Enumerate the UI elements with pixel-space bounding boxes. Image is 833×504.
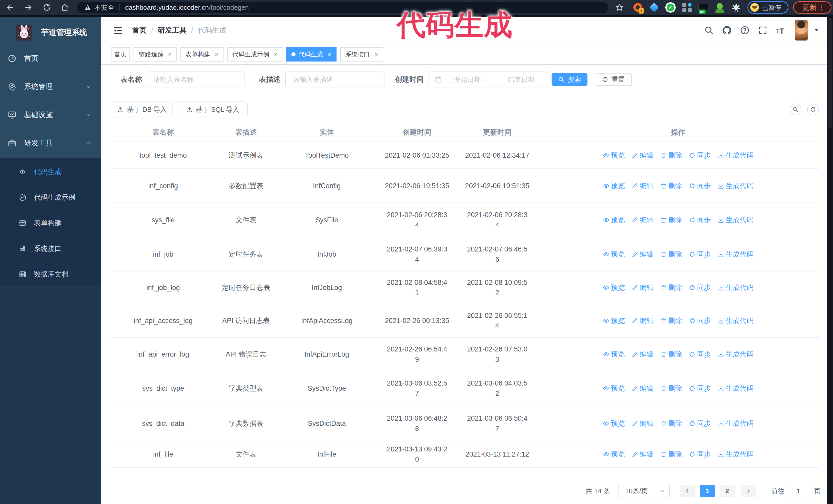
sidebar-menu-item[interactable]: 首页 (0, 44, 101, 73)
circle-check-extension-icon[interactable]: ✓ (665, 2, 675, 13)
table-desc-input[interactable]: 请输入表描述 (285, 72, 384, 88)
sidebar-collapse-icon[interactable] (112, 25, 124, 35)
row-action-link[interactable]: 预览 (603, 418, 625, 429)
browser-back-icon[interactable] (6, 3, 14, 12)
row-action-link[interactable]: 同步 (689, 349, 711, 359)
row-action-link[interactable]: 同步 (689, 150, 711, 161)
row-action-link[interactable]: 生成代码 (718, 249, 754, 259)
row-action-link[interactable]: 删除 (660, 449, 682, 459)
row-action-link[interactable]: 编辑 (632, 283, 653, 293)
header-search-icon[interactable] (704, 25, 714, 35)
row-action-link[interactable]: 预览 (603, 249, 625, 259)
browser-home-icon[interactable] (61, 3, 69, 12)
app-logo[interactable]: 芋道管理系统 (0, 17, 101, 48)
breadcrumb-section[interactable]: 研发工具 (158, 25, 187, 35)
bookmark-star-icon[interactable] (615, 3, 624, 12)
search-button[interactable]: 搜索 (552, 73, 588, 86)
row-action-link[interactable]: 生成代码 (718, 283, 754, 293)
import-db-button[interactable]: 基于 DB 导入 (112, 101, 172, 117)
row-action-link[interactable]: 同步 (689, 383, 711, 393)
font-size-icon[interactable]: TT (776, 25, 786, 35)
table-column-header[interactable]: 操作 (537, 123, 819, 142)
help-icon[interactable] (740, 25, 750, 35)
row-action-link[interactable]: 同步 (689, 418, 711, 429)
row-action-link[interactable]: 删除 (660, 181, 682, 191)
page-number-button[interactable]: 1 (700, 485, 715, 497)
table-column-header[interactable]: 表名称 (111, 123, 215, 142)
address-bar[interactable]: 不安全 dashboard.yudao.iocoder.cn/tool/code… (77, 2, 609, 13)
table-name-input[interactable]: 请输入表名称 (146, 72, 245, 88)
sidebar-menu-item[interactable]: 基础设施 (0, 101, 101, 129)
user-avatar[interactable] (795, 20, 808, 41)
grid-extension-icon[interactable] (682, 2, 692, 13)
table-column-header[interactable]: 创建时间 (377, 123, 457, 142)
row-action-link[interactable]: 同步 (689, 215, 711, 225)
onbox-extension-icon[interactable]: on (698, 2, 709, 13)
github-icon[interactable] (722, 25, 732, 35)
tab-close-icon[interactable]: × (375, 51, 378, 57)
browser-menu-icon[interactable] (821, 5, 822, 10)
browser-forward-icon[interactable] (24, 3, 33, 12)
prev-page-button[interactable] (680, 485, 695, 497)
refresh-table-button[interactable] (807, 103, 819, 115)
table-column-header[interactable]: 更新时间 (457, 123, 537, 142)
sidebar-submenu-item[interactable]: 数据库文档 (0, 262, 101, 287)
tab-close-icon[interactable]: × (168, 51, 171, 57)
reset-button[interactable]: 重置 (595, 73, 632, 86)
row-action-link[interactable]: 编辑 (632, 383, 653, 393)
scrollbar-thumb[interactable] (828, 18, 832, 128)
page-scrollbar[interactable] (827, 17, 833, 504)
avatar-caret-down-icon[interactable] (813, 27, 820, 33)
row-action-link[interactable]: 预览 (603, 316, 625, 326)
row-action-link[interactable]: 同步 (689, 283, 711, 293)
create-time-range-picker[interactable]: 开始日期 - 结束日期 (429, 72, 547, 88)
browser-update-button[interactable]: 更新 (793, 1, 831, 14)
row-action-link[interactable]: 编辑 (632, 215, 653, 225)
sidebar-submenu-item[interactable]: 系统接口 (0, 236, 101, 262)
sidebar-submenu-item[interactable]: 代码生成 (0, 159, 101, 185)
donut-extension-icon[interactable]: 1 (633, 2, 643, 13)
row-action-link[interactable]: 生成代码 (718, 181, 754, 191)
row-action-link[interactable]: 预览 (603, 283, 625, 293)
tab[interactable]: 系统接口 × (340, 47, 383, 62)
tab-close-icon[interactable]: × (328, 51, 331, 57)
row-action-link[interactable]: 同步 (689, 249, 711, 259)
row-action-link[interactable]: 删除 (660, 249, 682, 259)
tab[interactable]: 链路追踪 × (134, 47, 176, 62)
breadcrumb-home[interactable]: 首页 (132, 25, 147, 35)
tab[interactable]: 代码生成 × (286, 47, 336, 62)
tab[interactable]: 表单构建 × (181, 47, 223, 62)
row-action-link[interactable]: 删除 (660, 418, 682, 429)
row-action-link[interactable]: 删除 (660, 215, 682, 225)
row-action-link[interactable]: 同步 (689, 316, 711, 326)
sidebar-submenu-item[interactable]: 表单构建 (0, 210, 101, 236)
row-action-link[interactable]: 预览 (603, 181, 625, 191)
tab[interactable]: 首页 × (111, 47, 130, 62)
row-action-link[interactable]: 编辑 (632, 316, 653, 326)
row-action-link[interactable]: 预览 (603, 150, 625, 161)
row-action-link[interactable]: 删除 (660, 383, 682, 393)
row-action-link[interactable]: 生成代码 (718, 215, 754, 225)
toggle-search-button[interactable] (790, 103, 802, 115)
row-action-link[interactable]: 删除 (660, 283, 682, 293)
row-action-link[interactable]: 同步 (689, 181, 711, 191)
row-action-link[interactable]: 编辑 (632, 449, 653, 459)
paused-extension-badge[interactable]: 已暂停 (747, 1, 788, 14)
row-action-link[interactable]: 编辑 (632, 181, 653, 191)
row-action-link[interactable]: 生成代码 (718, 316, 754, 326)
table-column-header[interactable]: 实体 (277, 123, 377, 142)
row-action-link[interactable]: 编辑 (632, 418, 653, 429)
gem-extension-icon[interactable] (649, 2, 659, 13)
tab-close-icon[interactable]: × (215, 51, 218, 57)
row-action-link[interactable]: 预览 (603, 383, 625, 393)
row-action-link[interactable]: 生成代码 (718, 418, 754, 429)
row-action-link[interactable]: 生成代码 (718, 150, 754, 161)
row-action-link[interactable]: 编辑 (632, 349, 653, 359)
next-page-button[interactable] (741, 485, 756, 497)
row-action-link[interactable]: 删除 (660, 316, 682, 326)
browser-reload-icon[interactable] (43, 3, 51, 12)
row-action-link[interactable]: 预览 (603, 349, 625, 359)
person-extension-icon[interactable] (715, 2, 725, 13)
row-action-link[interactable]: 删除 (660, 150, 682, 161)
table-column-header[interactable]: 表描述 (215, 123, 277, 142)
